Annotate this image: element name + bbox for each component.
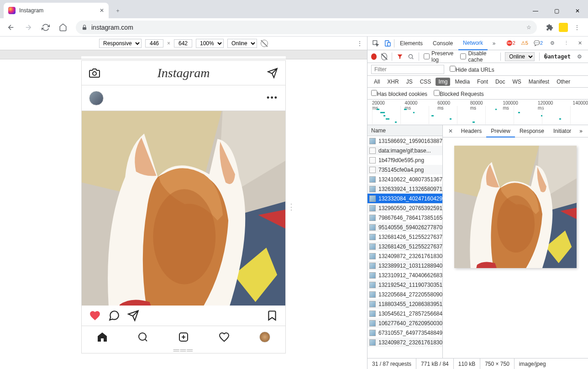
address-bar[interactable]: instagram.com ☆: [76, 21, 537, 34]
profile-avatar[interactable]: [259, 332, 270, 343]
bookmark-icon[interactable]: [266, 310, 278, 322]
type-filter-font[interactable]: Font: [474, 78, 491, 86]
request-row[interactable]: 132681426_51255227637: [368, 242, 442, 251]
type-filter-other[interactable]: Other: [554, 78, 573, 86]
error-count[interactable]: ⛔2: [505, 40, 517, 46]
tab-close-icon[interactable]: ✕: [100, 7, 104, 14]
device-mode-icon[interactable]: [382, 38, 393, 49]
minimize-button[interactable]: —: [525, 4, 546, 18]
new-tab-button[interactable]: ＋: [111, 4, 124, 17]
devtools-menu-icon[interactable]: ⋮: [561, 38, 572, 49]
bookmark-star-icon[interactable]: ☆: [526, 24, 531, 31]
request-row[interactable]: 1b47f9d0e595.png: [368, 155, 442, 165]
user-avatar[interactable]: [89, 91, 104, 105]
search-icon[interactable]: [137, 332, 148, 343]
device-toolbar-menu-icon[interactable]: ⋮: [357, 40, 362, 47]
settings-icon[interactable]: ⚙: [547, 38, 558, 49]
browser-tab[interactable]: Instagram ✕: [4, 3, 109, 18]
type-filter-manifest[interactable]: Manifest: [526, 78, 552, 86]
more-tabs-icon[interactable]: »: [488, 38, 499, 49]
close-devtools-icon[interactable]: ✕: [574, 38, 585, 49]
device-select[interactable]: Responsive: [99, 39, 142, 48]
request-row[interactable]: 132633924_11326580971: [368, 184, 442, 194]
request-row[interactable]: data:image/gif;base...: [368, 146, 442, 155]
more-options-icon[interactable]: •••: [267, 93, 278, 103]
close-window-button[interactable]: ✕: [567, 4, 588, 18]
request-row[interactable]: 132960550_20765392591: [368, 203, 442, 213]
home-button[interactable]: [56, 20, 70, 35]
blocked-requests-checkbox[interactable]: Blocked Requests: [434, 90, 484, 97]
name-column-header[interactable]: Name: [368, 125, 442, 136]
request-row[interactable]: 132389912_10311288940: [368, 261, 442, 270]
tab-preview[interactable]: Preview: [486, 125, 515, 137]
type-filter-css[interactable]: CSS: [417, 78, 434, 86]
type-filter-img[interactable]: Img: [436, 78, 450, 86]
like-icon[interactable]: [89, 310, 101, 322]
add-post-icon[interactable]: [178, 332, 189, 343]
forward-button[interactable]: [21, 20, 36, 35]
more-detail-tabs-icon[interactable]: »: [576, 128, 586, 134]
type-filter-all[interactable]: All: [371, 78, 383, 86]
search-network-icon[interactable]: [408, 53, 414, 60]
close-detail-icon[interactable]: ✕: [445, 128, 457, 134]
tab-network[interactable]: Network: [458, 37, 488, 50]
request-row[interactable]: 132205684_27220558090: [368, 290, 442, 299]
filter-input[interactable]: [371, 65, 444, 74]
request-row[interactable]: 132192542_11190730351: [368, 280, 442, 290]
device-width-input[interactable]: [145, 39, 163, 47]
request-row[interactable]: 132310912_74040662683: [368, 270, 442, 280]
comment-icon[interactable]: [108, 310, 120, 322]
clear-button[interactable]: [381, 53, 388, 60]
request-row[interactable]: 130545621_27857256684: [368, 309, 442, 318]
post-image[interactable]: [82, 111, 285, 306]
type-filter-xhr[interactable]: XHR: [384, 78, 401, 86]
request-row[interactable]: 67310557_649773548849: [368, 328, 442, 337]
extensions-icon[interactable]: [542, 20, 557, 35]
request-row[interactable]: 131586692_19590163887: [368, 136, 442, 146]
type-filter-ws[interactable]: WS: [509, 78, 524, 86]
bottom-drag-handle-icon[interactable]: ═══: [82, 348, 285, 353]
tab-response[interactable]: Response: [515, 125, 549, 137]
warning-count[interactable]: ⚠5: [520, 40, 530, 46]
type-filter-doc[interactable]: Doc: [493, 78, 508, 86]
tab-initiator[interactable]: Initiator: [549, 125, 576, 137]
tab-elements[interactable]: Elements: [395, 37, 427, 50]
home-icon[interactable]: [97, 332, 108, 343]
request-row[interactable]: 95140556_594026277870: [368, 222, 442, 232]
record-button[interactable]: [371, 53, 377, 60]
upload-har-icon[interactable]: �antaget: [544, 53, 571, 60]
share-icon[interactable]: [127, 310, 139, 322]
request-row[interactable]: 735145cfe0a4.png: [368, 165, 442, 174]
request-row[interactable]: 106277640_27620950030: [368, 318, 442, 328]
request-row[interactable]: 79867646_786417385165: [368, 213, 442, 222]
rotate-icon[interactable]: [261, 40, 268, 47]
inspect-element-icon[interactable]: [370, 38, 381, 49]
filter-toggle-icon[interactable]: [397, 53, 403, 60]
activity-icon[interactable]: [219, 332, 230, 343]
throttling-select[interactable]: Online: [505, 52, 535, 61]
tab-console[interactable]: Console: [428, 37, 457, 50]
browser-menu-icon[interactable]: ⋮: [570, 20, 584, 35]
message-count[interactable]: 💬2: [532, 40, 544, 46]
instagram-logo[interactable]: Instagram: [157, 66, 210, 80]
request-row[interactable]: 132409872_23261761830: [368, 337, 442, 347]
type-filter-media[interactable]: Media: [452, 78, 472, 86]
zoom-select[interactable]: 100%: [196, 39, 224, 48]
device-height-input[interactable]: [174, 39, 192, 47]
maximize-button[interactable]: ▢: [546, 4, 567, 18]
request-row[interactable]: 132681426_51255227637: [368, 232, 442, 242]
request-row[interactable]: 132410622_40807351367: [368, 174, 442, 184]
request-row[interactable]: 118803455_12086383951: [368, 299, 442, 309]
request-row[interactable]: 132332084_40247160429: [368, 194, 442, 203]
reload-button[interactable]: [38, 20, 53, 35]
preserve-log-checkbox[interactable]: Preserve log: [424, 50, 456, 63]
back-button[interactable]: [4, 20, 18, 35]
throttle-select[interactable]: Online: [227, 39, 257, 48]
request-row[interactable]: 132409872_23261761830: [368, 251, 442, 261]
tab-headers[interactable]: Headers: [457, 125, 486, 137]
type-filter-js[interactable]: JS: [404, 78, 415, 86]
hide-data-urls-checkbox[interactable]: Hide data URLs: [450, 66, 494, 73]
blocked-cookies-checkbox[interactable]: Has blocked cookies: [371, 90, 427, 97]
waterfall-overview[interactable]: 20000 ms40000 ms60000 ms80000 ms100000 m…: [368, 100, 588, 125]
extension-icon[interactable]: [559, 23, 568, 32]
